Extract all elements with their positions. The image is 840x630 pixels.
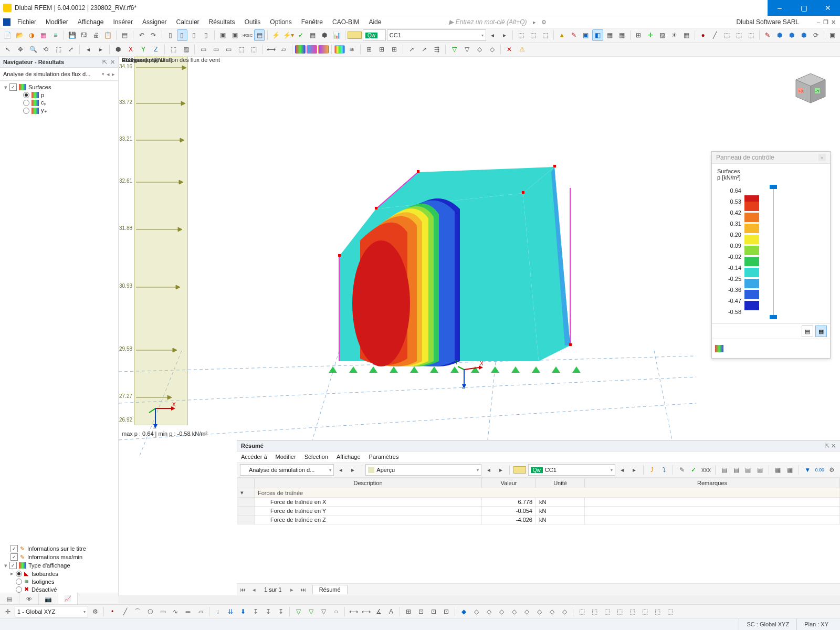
rt-11[interactable]: ▦ xyxy=(785,464,795,476)
tree-item-p[interactable]: p xyxy=(2,91,116,99)
resume-close-icon[interactable]: ✕ xyxy=(831,443,836,449)
tb-nav-4[interactable]: ▯ xyxy=(201,29,212,41)
tb2-res-2[interactable]: ▭ xyxy=(210,44,222,55)
tb-panel-2[interactable]: ▣ xyxy=(229,29,240,41)
tb2-sup-2[interactable]: ▽ xyxy=(461,44,472,55)
tb-panel-1[interactable]: ▣ xyxy=(217,29,228,41)
opt-maxmin-info[interactable]: ✓✎Informations max/min xyxy=(2,553,116,561)
navigator-pin-icon[interactable]: ⇱ xyxy=(102,59,107,65)
rt-4[interactable]: ✓ xyxy=(689,464,699,476)
panel-collapse-icon[interactable]: ▫ xyxy=(818,154,826,161)
radio-icon[interactable] xyxy=(23,100,29,106)
tb-delete-res[interactable]: 📊 xyxy=(331,29,342,41)
tb2-res-4[interactable]: ⬚ xyxy=(235,44,247,55)
tb2-vec-3[interactable]: ⇶ xyxy=(431,44,443,55)
resume-menu-selection[interactable]: Sélection xyxy=(304,454,328,460)
tb2-mesh-2[interactable]: ⊞ xyxy=(376,44,387,55)
menu-outils[interactable]: Outils xyxy=(240,17,266,27)
bt-node[interactable]: • xyxy=(107,606,118,617)
bt-sup-2[interactable]: ▽ xyxy=(305,606,317,617)
tb-cube-1[interactable]: ⬢ xyxy=(774,29,785,41)
menu-resultats[interactable]: Résultats xyxy=(204,17,240,27)
resume-pin-icon[interactable]: ⇱ xyxy=(825,443,830,449)
bt-tool-7[interactable]: ◇ xyxy=(533,606,545,617)
rt-9[interactable]: ▤ xyxy=(755,464,765,476)
resume-table[interactable]: Description Valeur Unité Remarques ▾Forc… xyxy=(237,478,840,583)
rt-3[interactable]: ✎ xyxy=(677,464,687,476)
tb2-iso[interactable]: ⬢ xyxy=(112,44,124,55)
search-tool-icon[interactable]: ⚙ xyxy=(539,19,549,26)
tb-extra-3[interactable]: ⬚ xyxy=(746,29,757,41)
tb2-sup-4[interactable]: ◇ xyxy=(486,44,498,55)
tb2-mesh-3[interactable]: ⊞ xyxy=(388,44,400,55)
window-close-button[interactable]: ✕ xyxy=(816,0,840,16)
bt-tool-4[interactable]: ◇ xyxy=(496,606,507,617)
table-row[interactable]: Force de traînée en Y-0.054kN xyxy=(237,507,840,516)
tb2-contour[interactable]: ≋ xyxy=(346,44,358,55)
tree-item-cp[interactable]: cₚ xyxy=(2,99,116,107)
tb2-color-3[interactable] xyxy=(318,45,329,54)
resume-tab[interactable]: Résumé xyxy=(312,585,348,594)
table-row[interactable]: Force de traînée en X6.778kN xyxy=(237,498,840,507)
tb-saveall[interactable]: 🖫 xyxy=(79,29,90,41)
bt-snap-3[interactable]: ⊡ xyxy=(440,606,452,617)
bt-text[interactable]: A xyxy=(385,606,397,617)
legend-edit-button[interactable]: ▤ xyxy=(802,326,813,337)
tb2-del[interactable]: ✕ xyxy=(503,44,515,55)
bt-tool-2[interactable]: ◇ xyxy=(470,606,482,617)
bt-sup-1[interactable]: ▽ xyxy=(292,606,304,617)
opt-title-info[interactable]: ✓✎Informations sur le titre xyxy=(2,544,116,553)
bt-arc[interactable]: ⌒ xyxy=(132,606,143,617)
rt-7[interactable]: ▤ xyxy=(731,464,741,476)
search-go-icon[interactable]: ▸ xyxy=(530,19,539,26)
tb-view-1[interactable]: ▲ xyxy=(556,29,568,41)
menu-modifier[interactable]: Modifier xyxy=(41,17,73,27)
rt-filter[interactable]: ▼ xyxy=(803,464,813,476)
resume-menu-affichage[interactable]: Affichage xyxy=(337,454,361,460)
tb-calc-dd[interactable]: ⚡▾ xyxy=(282,29,294,41)
bt-snap-2[interactable]: ⊡ xyxy=(428,606,439,617)
tb-filter-1[interactable]: ⬚ xyxy=(516,29,527,41)
control-panel-header[interactable]: Panneau de contrôle ▫ xyxy=(712,152,830,164)
bt-member[interactable]: ═ xyxy=(182,606,194,617)
bt-spline[interactable]: ∿ xyxy=(170,606,181,617)
bt-load-5[interactable]: ↧ xyxy=(262,606,274,617)
tb-clipboard[interactable]: 📋 xyxy=(103,29,114,41)
tb2-res-5[interactable]: ⬚ xyxy=(248,44,259,55)
tb-lc-prev[interactable]: ◂ xyxy=(487,29,498,41)
tb-refresh[interactable]: ⟳ xyxy=(810,29,821,41)
tb2-viewx[interactable]: X xyxy=(125,44,136,55)
bt-misc-2[interactable]: ⬚ xyxy=(589,606,600,617)
table-row[interactable]: Force de traînée en Z-4.026kN xyxy=(237,516,840,524)
tb-view-2[interactable]: ✎ xyxy=(569,29,580,41)
tb-filter-2[interactable]: ⬚ xyxy=(528,29,539,41)
legend-toggle-button[interactable]: ▦ xyxy=(815,326,827,337)
bt-tool-8[interactable]: ◇ xyxy=(546,606,558,617)
bt-load-line[interactable]: ⇊ xyxy=(225,606,236,617)
resume-menu-parametres[interactable]: Paramètres xyxy=(369,454,399,460)
bt-load-node[interactable]: ↓ xyxy=(212,606,224,617)
bt-cs-combo[interactable]: 1 - Global XYZ▾ xyxy=(15,606,88,617)
bt-misc-3[interactable]: ⬚ xyxy=(601,606,613,617)
tb2-zoomfit[interactable]: ⤢ xyxy=(65,44,77,55)
rt-6[interactable]: ▤ xyxy=(719,464,729,476)
mdi-restore[interactable]: ❐ xyxy=(822,19,830,26)
tb-script[interactable]: ≡ xyxy=(50,29,61,41)
pg-prev[interactable]: ◂ xyxy=(248,586,260,593)
tb-view-5[interactable]: ▦ xyxy=(604,29,615,41)
tb-check[interactable]: ✓ xyxy=(295,29,306,41)
app-menu-icon[interactable] xyxy=(3,18,10,26)
tb-panel-table[interactable]: ▤ xyxy=(254,29,265,41)
mdi-minimize[interactable]: – xyxy=(815,19,822,25)
nav-tab-views[interactable]: 📷 xyxy=(39,593,58,605)
radio-icon[interactable] xyxy=(23,92,29,98)
tb-grid[interactable]: ⊞ xyxy=(633,29,644,41)
tb2-pan[interactable]: ✥ xyxy=(15,44,26,55)
tb-panel-console[interactable]: >RSC xyxy=(242,29,253,41)
tb2-vec-1[interactable]: ↗ xyxy=(406,44,417,55)
bt-tool-3[interactable]: ◇ xyxy=(483,606,495,617)
tb-lc-next[interactable]: ▸ xyxy=(499,29,510,41)
tb2-iso-on[interactable] xyxy=(334,45,345,54)
tb2-clip[interactable]: ⬚ xyxy=(167,44,179,55)
pg-next[interactable]: ▸ xyxy=(286,586,298,593)
